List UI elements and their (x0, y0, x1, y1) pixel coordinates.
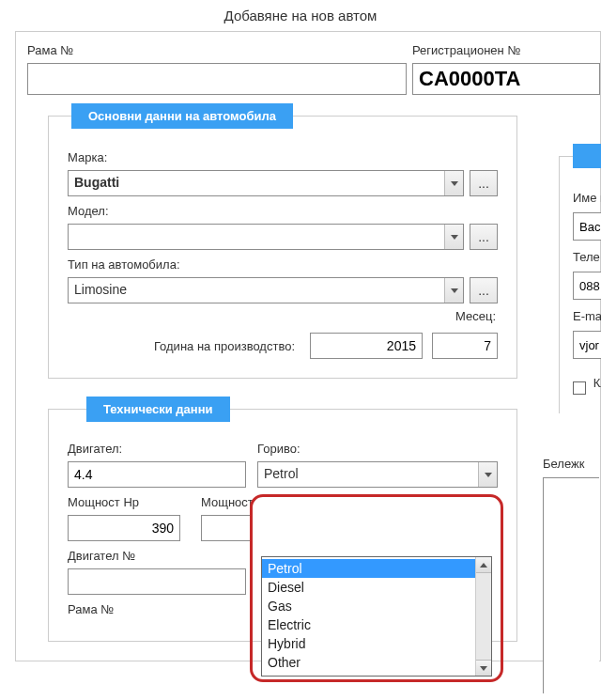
fuel-combo[interactable]: Petrol (257, 461, 498, 488)
tech-header: Технически данни (86, 397, 230, 422)
scroll-up-button[interactable] (476, 557, 491, 573)
type-combo[interactable]: Limosine (68, 277, 464, 303)
owner-email-label: E-ma (573, 309, 601, 323)
engine-label: Двигател: (68, 442, 246, 456)
fuel-combo-text: Petrol (258, 462, 478, 487)
reg-no-label: Регистрационен № (412, 43, 600, 57)
owner-header (573, 144, 601, 168)
month-label: Месец: (455, 309, 496, 323)
kw-label: Мощност (201, 495, 257, 509)
dropdown-scrollbar[interactable] (475, 557, 491, 676)
chevron-down-icon (451, 235, 458, 240)
chevron-down-icon (451, 288, 458, 293)
fuel-combo-button[interactable] (478, 462, 497, 487)
owner-phone-input[interactable] (573, 272, 601, 300)
frame-no-input[interactable] (27, 63, 407, 95)
fuel-option[interactable]: Other (262, 653, 475, 672)
owner-panel: Име н Теле E-ma Кл (559, 156, 601, 413)
make-combo-text: Bugatti (69, 171, 444, 195)
fuel-dropdown-list[interactable]: Petrol Diesel Gas Electric Hybrid Other (261, 556, 492, 677)
owner-name-input[interactable] (573, 212, 601, 241)
notes-label: Бележк (543, 457, 584, 471)
fuel-label: Гориво: (257, 442, 498, 456)
type-combo-button[interactable] (444, 278, 463, 303)
chevron-down-icon (485, 473, 492, 477)
hp-label: Мощност Hp (68, 495, 190, 509)
model-combo[interactable] (68, 224, 464, 250)
year-input[interactable] (310, 333, 423, 359)
model-label: Модел: (68, 204, 498, 218)
notes-textarea[interactable] (543, 477, 599, 693)
make-browse-button[interactable]: ... (470, 170, 498, 196)
fuel-option[interactable]: Hybrid (262, 634, 475, 653)
model-combo-button[interactable] (444, 225, 463, 249)
chevron-down-icon (480, 666, 487, 671)
frame-no-label: Рама № (27, 43, 407, 57)
model-browse-button[interactable]: ... (470, 224, 498, 250)
owner-checkbox-label: Кл (593, 376, 601, 390)
engine-no-input[interactable] (68, 568, 246, 595)
type-combo-text: Limosine (69, 278, 444, 303)
basic-data-header: Основни данни на автомобила (71, 103, 293, 129)
type-browse-button[interactable]: ... (470, 277, 498, 303)
fuel-option[interactable]: Petrol (262, 559, 475, 578)
make-combo[interactable]: Bugatti (68, 170, 464, 196)
chevron-down-icon (451, 181, 458, 186)
hp-input[interactable] (68, 515, 180, 541)
engine-input[interactable] (68, 461, 246, 488)
owner-checkbox[interactable] (573, 381, 586, 395)
reg-no-input[interactable] (412, 63, 600, 95)
month-input[interactable] (432, 333, 498, 359)
kw-input[interactable] (201, 515, 252, 541)
engine-no-label: Двигател № (68, 549, 246, 563)
fuel-option[interactable]: Diesel (262, 578, 475, 597)
page-title: Добавяне на нов автом (0, 0, 601, 29)
type-label: Тип на автомобила: (68, 257, 498, 272)
scroll-down-button[interactable] (476, 660, 491, 676)
owner-email-input[interactable] (573, 331, 601, 359)
chevron-up-icon (480, 563, 487, 568)
make-combo-button[interactable] (444, 171, 463, 195)
scroll-track[interactable] (476, 573, 491, 660)
make-label: Марка: (68, 150, 498, 164)
owner-phone-label: Теле (573, 250, 601, 264)
fuel-option[interactable]: Gas (262, 597, 475, 615)
owner-name-label: Име н (573, 191, 601, 205)
year-label: Година на производство: (154, 339, 295, 353)
model-combo-text (69, 225, 444, 249)
fuel-option[interactable]: Electric (262, 615, 475, 634)
